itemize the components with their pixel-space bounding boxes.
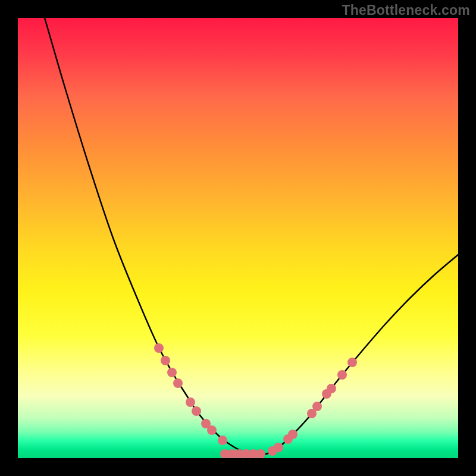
data-marker (154, 343, 164, 353)
data-marker (186, 397, 195, 407)
data-marker (288, 430, 298, 439)
data-marker (167, 368, 177, 377)
curve-left-curve (45, 18, 259, 455)
chart-container: TheBottleneck.com (0, 0, 476, 476)
data-marker (312, 402, 322, 411)
data-marker (192, 406, 201, 416)
data-marker (274, 443, 283, 452)
curve-right-curve (259, 255, 458, 455)
data-marker (161, 356, 170, 365)
chart-svg (18, 18, 458, 458)
data-marker (173, 378, 183, 388)
data-marker (207, 425, 217, 435)
data-marker (218, 436, 227, 445)
watermark-text: TheBottleneck.com (342, 2, 470, 18)
data-marker (347, 358, 357, 367)
data-marker (337, 370, 347, 380)
plot-area (18, 18, 458, 458)
data-marker (327, 384, 336, 393)
